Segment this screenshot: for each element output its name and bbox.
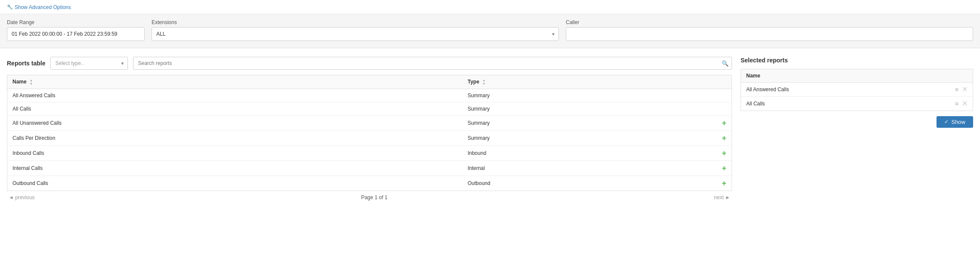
remove-button[interactable]: ✕ [962,86,968,93]
selected-table-header-row: Name [741,69,973,82]
name-sort-desc: ▼ [30,82,33,85]
reports-table-header-row: Name ▲ ▼ Type ▲ ▼ [7,75,732,89]
add-report-button[interactable]: + [722,134,726,142]
table-row: Calls Per Direction Summary + [7,130,732,145]
table-row: Outbound Calls Outbound + [7,176,732,191]
report-action-cell: + [715,145,732,160]
type-select[interactable]: Select type.. [50,57,128,70]
pagination-row: ◄ previous Page 1 of 1 next ► [7,191,732,204]
wrench-icon: 🔧 [7,4,13,10]
table-row: All Answered Calls Summary [7,89,732,102]
selected-reports-title: Selected reports [741,57,973,64]
reorder-button[interactable]: ≡ [955,86,958,92]
caller-label: Caller [566,19,973,25]
type-sort-asc: ▲ [482,79,485,82]
selected-table: Name All Answered Calls ≡ ✕ All Calls ≡ … [741,69,973,111]
reports-table: Name ▲ ▼ Type ▲ ▼ [7,75,732,191]
type-select-wrapper: Select type.. ▼ [50,57,128,70]
page-info: Page 1 of 1 [361,194,388,200]
selected-report-name: All Answered Calls [741,82,947,96]
show-button-row: ✓ Show [741,116,973,128]
date-range-input[interactable] [7,27,145,41]
reorder-button[interactable]: ≡ [955,101,958,107]
caller-group: Caller [566,19,973,41]
next-link[interactable]: next ► [714,194,730,200]
show-advanced-link[interactable]: 🔧 Show Advanced Options [7,4,71,10]
name-sort-asc: ▲ [30,79,33,82]
date-range-label: Date Range [7,19,145,25]
table-row: All Calls Summary [7,102,732,115]
report-name-cell: Internal Calls [7,160,462,176]
check-icon: ✓ [944,119,949,125]
report-type-cell: Summary [462,130,715,145]
reports-section-header: Reports table Select type.. ▼ 🔍 [7,57,732,70]
report-type-cell: Summary [462,102,715,115]
reports-table-body: All Answered Calls Summary All Calls Sum… [7,89,732,191]
show-advanced-label: Show Advanced Options [15,4,71,10]
selected-table-action-header [947,69,973,82]
report-name-cell: Calls Per Direction [7,130,462,145]
report-action-cell: + [715,115,732,130]
report-name-cell: All Answered Calls [7,89,462,102]
report-action-cell: + [715,130,732,145]
caller-input[interactable] [566,27,973,41]
search-icon-button[interactable]: 🔍 [722,60,729,66]
table-row: Inbound Calls Inbound + [7,145,732,160]
search-input[interactable] [133,57,732,70]
table-row: Internal Calls Internal + [7,160,732,176]
table-row: All Unanswered Calls Summary + [7,115,732,130]
reports-section: Reports table Select type.. ▼ 🔍 Name [7,57,732,204]
selected-table-body: All Answered Calls ≡ ✕ All Calls ≡ ✕ [741,82,973,111]
selected-report-actions: ≡ ✕ [947,96,973,111]
report-name-cell: All Calls [7,102,462,115]
selected-table-name-header: Name [741,69,947,82]
main-content: Reports table Select type.. ▼ 🔍 Name [0,48,980,213]
report-type-cell: Summary [462,89,715,102]
filters-bar: Date Range Extensions ALL ▼ Caller [0,14,980,48]
reports-table-type-header: Type ▲ ▼ [462,75,715,89]
extensions-select[interactable]: ALL [152,27,559,41]
report-name-cell: Outbound Calls [7,176,462,191]
report-action-cell: + [715,176,732,191]
selected-report-name: All Calls [741,96,947,111]
name-sort-icons: ▲ ▼ [30,79,33,85]
type-sort-icons: ▲ ▼ [482,79,485,85]
report-type-cell: Outbound [462,176,715,191]
selected-section: Selected reports Name All Answered Calls… [741,57,973,204]
list-item: All Calls ≡ ✕ [741,96,973,111]
top-bar: 🔧 Show Advanced Options [0,0,980,14]
report-type-cell: Summary [462,115,715,130]
list-item: All Answered Calls ≡ ✕ [741,82,973,96]
date-range-group: Date Range [7,19,145,41]
extensions-group: Extensions ALL ▼ [152,19,559,41]
show-button-label: Show [951,119,965,125]
search-box-wrapper: 🔍 [133,57,732,70]
reports-table-name-header: Name ▲ ▼ [7,75,462,89]
report-type-cell: Internal [462,160,715,176]
extensions-label: Extensions [152,19,559,25]
prev-link[interactable]: ◄ previous [9,194,35,200]
remove-button[interactable]: ✕ [962,100,968,107]
extensions-select-wrapper: ALL ▼ [152,27,559,41]
report-type-cell: Inbound [462,145,715,160]
reports-table-action-header [715,75,732,89]
report-action-cell: + [715,160,732,176]
show-button[interactable]: ✓ Show [937,116,973,128]
reports-table-title: Reports table [7,60,45,67]
selected-report-actions: ≡ ✕ [947,82,973,96]
report-name-cell: All Unanswered Calls [7,115,462,130]
add-report-button[interactable]: + [722,119,726,127]
report-name-cell: Inbound Calls [7,145,462,160]
add-report-button[interactable]: + [722,179,726,187]
report-action-cell [715,89,732,102]
report-action-cell [715,102,732,115]
add-report-button[interactable]: + [722,149,726,157]
type-sort-desc: ▼ [482,82,485,85]
add-report-button[interactable]: + [722,164,726,172]
search-icon: 🔍 [722,60,729,66]
